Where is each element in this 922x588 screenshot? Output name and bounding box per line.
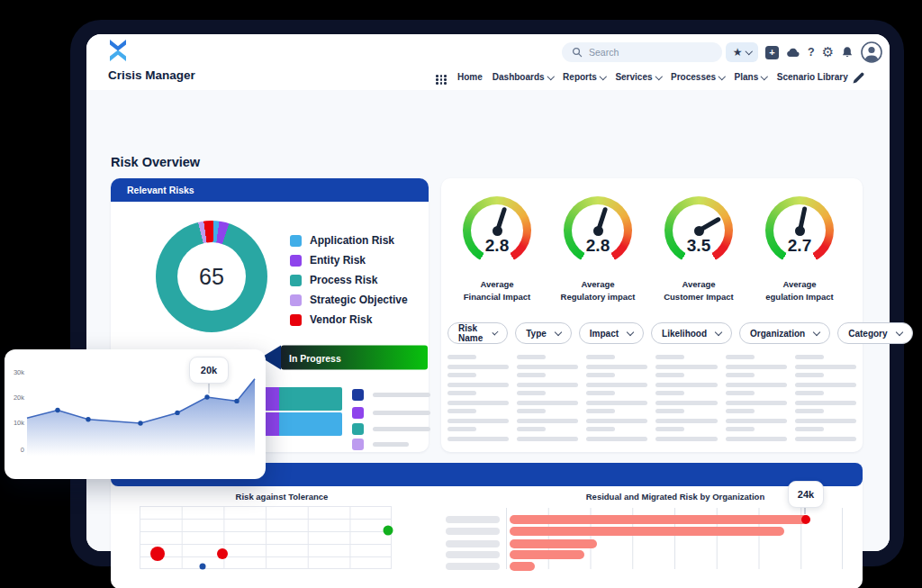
skeleton-cell [517,409,578,423]
skeleton-bar [655,419,717,423]
chevron-down-icon [813,329,820,336]
nav-item-plans[interactable]: Plans [735,72,767,82]
chevron-down-icon [627,329,634,336]
app-launcher-icon[interactable] [436,75,447,85]
skeleton-bar [447,419,509,423]
filter-category[interactable]: Category [837,322,912,344]
gauge-financial-impact: 2.8AverageFinancial Impact [447,196,547,303]
filter-label: Organization [750,329,805,339]
skeleton-bar [586,373,615,377]
skeleton-bar [726,373,755,377]
skeleton-cell [447,427,509,441]
filter-label: Type [526,329,547,339]
skeleton-bar [795,437,856,441]
nav-item-label: Plans [735,72,759,82]
chevron-down-icon [600,73,607,80]
setup-button[interactable]: ⚙ [822,42,834,62]
chevron-down-icon [895,329,902,336]
org-label-skeleton [446,528,500,535]
skeleton-bar [795,355,824,359]
gauge-pivot [593,226,603,236]
notifications-button[interactable] [841,42,854,62]
skeleton-bar [586,419,647,423]
gauge-value: 3.5 [664,236,733,256]
skeleton-cell [795,355,856,369]
chevron-down-icon [719,73,726,80]
avatar[interactable] [861,42,882,62]
skeleton-bar [517,373,546,377]
nav-item-reports[interactable]: Reports [563,72,605,82]
gauge-dial: 2.7 [765,196,834,265]
risk-donut-chart: 65 [156,221,267,332]
gauge-egulation-impact: 2.7Averageegulation Impact [749,196,850,303]
quick-add-button[interactable]: + [765,42,779,62]
stacked-legend-item [352,407,430,419]
filter-row: Risk NameTypeImpactLikelihoodOrganizatio… [447,322,913,344]
skeleton-cell [447,373,509,387]
tolerance-scatter-chart [140,506,392,569]
search-bar[interactable]: Search [562,42,722,62]
trend-overlay-card: 30k20k10k0 20k [5,349,266,479]
risk-metrics-panel: 2.8AverageFinancial Impact2.8AverageRegu… [441,178,863,452]
bar-tooltip: 24k [788,481,824,508]
filter-organization[interactable]: Organization [739,322,830,344]
skeleton-bar [795,365,856,369]
cloud-icon [786,47,800,58]
company-logo [108,39,128,62]
edit-page-icon[interactable] [853,72,864,84]
nav-item-dashboards[interactable]: Dashboards [493,72,553,82]
gauge-label-top: Average [664,278,734,291]
skeleton-cell [795,409,856,423]
search-icon [572,47,583,58]
skeleton-bar [517,409,546,413]
skeleton-bar [586,383,647,387]
gauge-customer-impact: 3.5AverageCustomer Impact [648,196,749,303]
skeleton-cell [726,373,787,387]
risk-bar-endpoint-dot [801,515,810,524]
legend-item: Application Risk [290,231,408,250]
favorites-button[interactable]: ★ [726,42,758,62]
nav-item-processes[interactable]: Processes [671,72,725,82]
filter-type[interactable]: Type [515,322,572,344]
org-label-skeleton [446,516,500,523]
gear-icon: ⚙ [822,45,834,59]
filter-impact[interactable]: Impact [579,322,644,344]
legend-label: Entity Risk [310,254,366,267]
filter-likelihood[interactable]: Likelihood [651,322,732,344]
gauge-pivot [694,226,704,236]
nav-bar: HomeDashboardsReportsServicesProcessesPl… [457,72,850,82]
skeleton-cell [586,373,647,387]
skeleton-bar [726,437,787,441]
nav-item-services[interactable]: Services [615,72,661,82]
nav-item-scenario-library[interactable]: Scenario Library [777,72,850,82]
skeleton-bar [655,383,717,387]
skeleton-bar [795,391,824,395]
stacked-bar-segment [279,412,342,436]
skeleton-bar [517,365,578,369]
skeleton-bar [795,409,824,413]
skeleton-cell [726,355,787,369]
app-name: Crisis Manager [108,68,195,82]
progress-label: In Progress [289,353,341,364]
skeleton-bar [447,401,509,405]
gauge-row: 2.8AverageFinancial Impact2.8AverageRegu… [447,196,850,303]
gauge-regulatory-impact: 2.8AverageRegulatory impact [547,196,648,303]
svg-text:30k: 30k [14,368,24,376]
gauge-dial: 2.8 [564,196,632,265]
bell-icon [841,46,854,59]
skeleton-cell [517,373,578,387]
filter-risk-name[interactable]: Risk Name [447,322,508,344]
nav-item-label: Reports [563,72,597,82]
help-center-button[interactable] [786,42,800,62]
skeleton-bar [447,409,476,413]
skeleton-bar [726,365,787,369]
skeleton-bar [447,365,509,369]
skeleton-cell [517,427,578,441]
scatter-point [150,547,165,561]
skeleton-cell [447,355,509,369]
help-button[interactable]: ? [808,42,815,62]
chevron-down-icon [547,73,554,80]
nav-item-home[interactable]: Home [457,72,483,82]
topbar: Search ★ + ? ⚙ [86,34,890,91]
skeleton-cell [586,355,647,369]
